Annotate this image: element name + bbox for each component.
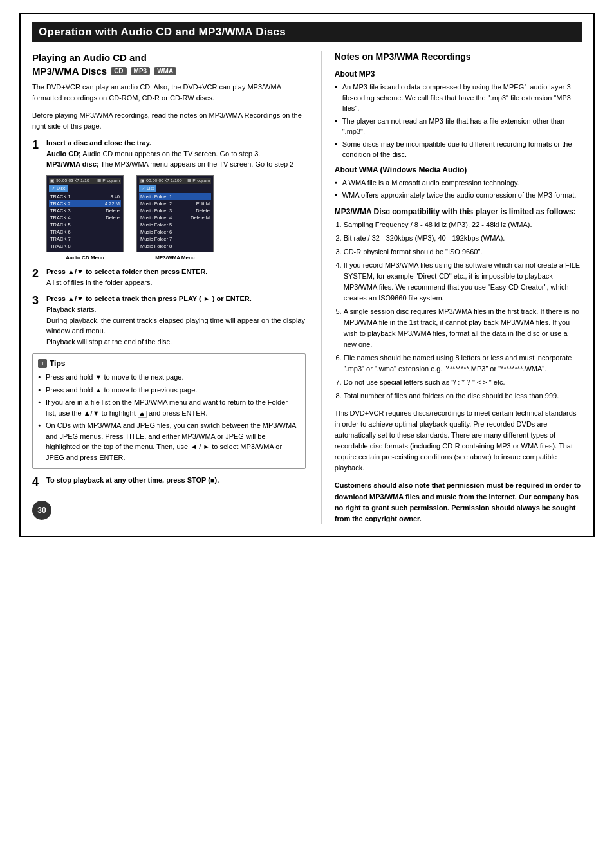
- step-3-body: Playback starts. During playback, the cu…: [46, 304, 306, 347]
- tips-label: Tips: [50, 358, 65, 369]
- audio-cd-header-left: ▣ 90:05:03 ⏱ 1/10: [50, 178, 89, 183]
- audio-cd-tab-disc: ✓ Disc: [49, 185, 68, 192]
- compat-item-8: Total number of files and folders on the…: [344, 391, 582, 402]
- badge-wma: WMA: [154, 67, 176, 75]
- audio-cd-row-8: TRACK 8: [49, 243, 121, 250]
- section-title-line1: Playing an Audio CD and: [32, 51, 306, 64]
- tip-4: On CDs with MP3/WMA and JPEG files, you …: [38, 420, 300, 463]
- page-number-box: 30: [32, 501, 51, 520]
- mp3-wma-row-1: Music Folder 1: [139, 193, 211, 200]
- main-title: Operation with Audio CD and MP3/WMA Disc…: [32, 22, 582, 42]
- footer-text: This DVD+VCR requires discs/recordings t…: [335, 408, 582, 474]
- right-column: Notes on MP3/WMA Recordings About MP3 An…: [321, 51, 582, 524]
- mp3-wma-tabs: ✓ List: [139, 185, 211, 192]
- two-column-layout: Playing an Audio CD and MP3/WMA Discs CD…: [32, 51, 582, 524]
- mp3-wma-row-2: Music Folder 2Edit M: [139, 200, 211, 207]
- badge-mp3: MP3: [131, 67, 151, 75]
- step-2: 2 Press ▲/▼ to select a folder then pres…: [32, 267, 306, 288]
- compat-title: MP3/WMA Disc compatibility with this pla…: [335, 207, 582, 216]
- about-mp3-list: An MP3 file is audio data compressed by …: [335, 82, 582, 160]
- tip-3: If you are in a file list on the MP3/WMA…: [38, 397, 300, 418]
- step-1-body-audio: Audio CD; Audio CD menu appears on the T…: [46, 150, 260, 158]
- step-1-title: Insert a disc and close the tray.: [46, 138, 306, 149]
- audio-cd-tabs: ✓ Disc: [49, 185, 121, 192]
- step-1: 1 Insert a disc and close the tray. Audi…: [32, 138, 306, 261]
- audio-cd-row-7: TRACK 7: [49, 235, 121, 243]
- audio-cd-row-5: TRACK 5: [49, 221, 121, 228]
- subtitle-row: MP3/WMA Discs CD MP3 WMA: [32, 66, 306, 77]
- audio-cd-row-2: TRACK 24:22 M: [49, 200, 121, 207]
- page-container: Operation with Audio CD and MP3/WMA Disc…: [19, 13, 595, 537]
- intro-text-1: The DVD+VCR can play an audio CD. Also, …: [32, 82, 306, 104]
- tips-icon: T: [38, 359, 47, 368]
- tip-1: Press and hold ▼ to move to the next pag…: [38, 372, 300, 383]
- to-select-label: to select: [86, 295, 115, 302]
- tips-title: T Tips: [38, 358, 300, 369]
- step-3-row: 3 Press ▲/▼ to select a track then press…: [32, 294, 306, 347]
- compat-item-6: File names should be named using 8 lette…: [344, 353, 582, 374]
- compat-list: Sampling Frequency / 8 - 48 kHz (MP3), 2…: [335, 219, 582, 402]
- step-2-content: Press ▲/▼ to select a folder then press …: [46, 267, 306, 288]
- compat-item-4: If you record MP3/WMA files using the so…: [344, 260, 582, 304]
- step-3-title: Press ▲/▼ to select a track then press P…: [46, 294, 306, 304]
- step-1-row: 1 Insert a disc and close the tray. Audi…: [32, 138, 306, 170]
- notes-title: Notes on MP3/WMA Recordings: [335, 51, 582, 64]
- audio-cd-menu-label: Audio CD Menu: [46, 255, 124, 261]
- left-column: Playing an Audio CD and MP3/WMA Discs CD…: [32, 51, 306, 524]
- mp3-wma-menu-header: ▣ 00:00:00 ⏱ 1/100 ☰ Program: [139, 178, 211, 184]
- step-1-num: 1: [32, 138, 42, 170]
- mp3-wma-row-8: Music Folder 8: [139, 243, 211, 250]
- audio-cd-menu-header: ▣ 90:05:03 ⏱ 1/10 ☰ Program: [49, 178, 121, 184]
- mp3-wma-row-6: Music Folder 6: [139, 228, 211, 235]
- wma-item-1: A WMA file is a Microsoft audio compress…: [335, 178, 582, 189]
- step-4-content: To stop playback at any other time, pres…: [46, 476, 306, 488]
- badge-cd: CD: [111, 67, 126, 75]
- step-2-num: 2: [32, 267, 42, 288]
- mp3-wma-header-left: ▣ 00:00:00 ⏱ 1/100: [140, 178, 182, 183]
- step-3-num: 3: [32, 294, 42, 347]
- about-wma-list: A WMA file is a Microsoft audio compress…: [335, 178, 582, 201]
- mp3-wma-row-3: Music Folder 3Delete: [139, 207, 211, 214]
- step-2-row: 2 Press ▲/▼ to select a folder then pres…: [32, 267, 306, 288]
- intro-text-2: Before playing MP3/WMA recordings, read …: [32, 110, 306, 132]
- compat-item-7: Do not use special letters such as "/ : …: [344, 377, 582, 388]
- step-1-body: Audio CD; Audio CD menu appears on the T…: [46, 149, 306, 170]
- audio-cd-row-4: TRACK 4Delete: [49, 214, 121, 221]
- audio-cd-menu-box: ▣ 90:05:03 ⏱ 1/10 ☰ Program ✓ Disc TRACK…: [46, 175, 124, 252]
- mp3-wma-header-right: ☰ Program: [187, 178, 210, 183]
- step-1-body-mp3: MP3/WMA disc; The MP3/WMA menu appears o…: [46, 160, 293, 168]
- step-4-num: 4: [32, 476, 42, 488]
- step-1-content: Insert a disc and close the tray. Audio …: [46, 138, 306, 170]
- about-mp3-title: About MP3: [335, 69, 582, 78]
- tips-box: T Tips Press and hold ▼ to move to the n…: [32, 353, 306, 469]
- compat-item-1: Sampling Frequency / 8 - 48 kHz (MP3), 2…: [344, 219, 582, 230]
- mp3-item-3: Some discs may be incompatible due to di…: [335, 139, 582, 160]
- mp3-wma-menu-box: ▣ 00:00:00 ⏱ 1/100 ☰ Program ✓ List Musi…: [136, 175, 214, 252]
- menu-images: ▣ 90:05:03 ⏱ 1/10 ☰ Program ✓ Disc TRACK…: [46, 175, 306, 261]
- step-4-title: To stop playback at any other time, pres…: [46, 476, 306, 486]
- page-number-container: 30: [32, 501, 306, 520]
- step-2-body: A list of files in the folder appears.: [46, 277, 306, 288]
- footer-bold: Customers should also note that permissi…: [335, 480, 582, 524]
- audio-cd-menu-wrapper: ▣ 90:05:03 ⏱ 1/10 ☰ Program ✓ Disc TRACK…: [46, 175, 124, 261]
- mp3-wma-tab-list: ✓ List: [139, 185, 156, 192]
- tips-list: Press and hold ▼ to move to the next pag…: [38, 372, 300, 463]
- mp3-item-1: An MP3 file is audio data compressed by …: [335, 82, 582, 114]
- step-3-content: Press ▲/▼ to select a track then press P…: [46, 294, 306, 347]
- mp3-wma-row-7: Music Folder 7: [139, 235, 211, 243]
- compat-item-2: Bit rate / 32 - 320kbps (MP3), 40 - 192k…: [344, 233, 582, 244]
- step-3: 3 Press ▲/▼ to select a track then press…: [32, 294, 306, 347]
- step-2-title: Press ▲/▼ to select a folder then press …: [46, 267, 306, 277]
- audio-cd-row-3: TRACK 3Delete: [49, 207, 121, 214]
- section-title-line2: MP3/WMA Discs: [32, 66, 107, 77]
- mp3-wma-row-5: Music Folder 5: [139, 221, 211, 228]
- compat-item-5: A single session disc requires MP3/WMA f…: [344, 306, 582, 350]
- audio-cd-header-right: ☰ Program: [97, 178, 120, 183]
- mp3-wma-row-4: Music Folder 4Delete M: [139, 214, 211, 221]
- about-wma-title: About WMA (Windows Media Audio): [335, 165, 582, 174]
- mp3-wma-menu-wrapper: ▣ 00:00:00 ⏱ 1/100 ☰ Program ✓ List Musi…: [136, 175, 214, 261]
- mp3-item-2: The player can not read an MP3 file that…: [335, 116, 582, 137]
- wma-item-2: WMA offers approximately twice the audio…: [335, 190, 582, 201]
- mp3-wma-menu-label: MP3/WMA Menu: [136, 255, 214, 261]
- audio-cd-row-1: TRACK 13:40: [49, 193, 121, 200]
